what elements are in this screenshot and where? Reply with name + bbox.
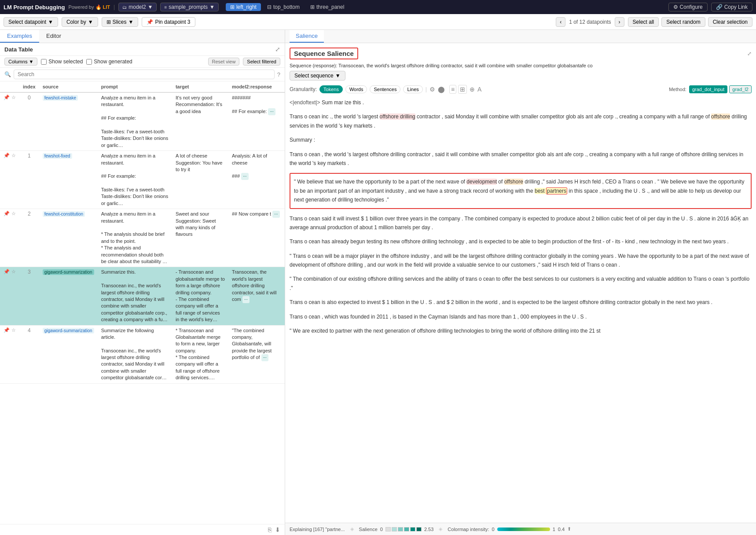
col-header-index <box>0 81 19 92</box>
list-view-icon[interactable]: ≡ <box>449 85 456 94</box>
content-para7: " The combination of our existing offsho… <box>290 275 752 293</box>
pin-star-cell[interactable]: 📌 ☆ <box>0 209 19 267</box>
tab-three-panel[interactable]: ⊞ three_panel <box>306 3 349 11</box>
search-help-icon[interactable]: ? <box>277 71 280 78</box>
gran-tokens[interactable]: Tokens <box>319 85 343 93</box>
show-selected-checkbox[interactable]: Show selected <box>41 59 83 65</box>
select-all-button[interactable]: Select all <box>628 17 659 27</box>
main-layout: Examples Editor Data Table ⤢ Columns ▼ S… <box>0 30 756 535</box>
highlight-offshore2: offshore <box>711 114 730 120</box>
dataset-selector[interactable]: ≡ sample_prompts ▼ <box>160 3 218 11</box>
pin-star-cell[interactable]: 📌 ☆ <box>0 325 19 383</box>
tab-top-bottom[interactable]: ⊟ top_bottom <box>263 3 304 11</box>
cell-target: Sweet and sourSuggestion: Sweet with man… <box>172 209 228 267</box>
expand-right-icon[interactable]: ⤢ <box>747 51 752 57</box>
columns-button[interactable]: Columns ▼ <box>4 58 37 66</box>
tab-editor[interactable]: Editor <box>39 30 68 43</box>
pin-button[interactable]: 📌 <box>4 211 10 216</box>
circle-icon[interactable]: ⬤ <box>438 86 445 93</box>
star-button[interactable]: ☆ <box>11 211 16 216</box>
dropdown-icon: ▼ <box>48 19 53 25</box>
top-bar: LM Prompt Debugging Powered by 🔥 LIT | 🗂… <box>0 0 756 14</box>
colormap-step-icon[interactable]: ⬆ <box>567 526 571 532</box>
copy-table-icon[interactable]: ⎘ <box>268 526 272 533</box>
cell-target: * Transocean and Globalsantafe merge to … <box>172 325 228 383</box>
tab-examples[interactable]: Examples <box>0 30 39 43</box>
cell-response: ## Now compare t ··· <box>228 209 285 267</box>
tab-salience[interactable]: Salience <box>290 30 324 43</box>
view-icons: ≡ ⊞ <box>449 85 467 94</box>
search-row: 🔍 ? <box>0 68 285 81</box>
dropdown-icon: ▼ <box>128 19 134 25</box>
table-row[interactable]: 📌 ☆ 1 fewshot-fixed Analyze a menu item … <box>0 151 285 209</box>
table-row[interactable]: 📌 ☆ 0 fewshot-mistake Analyze a menu ite… <box>0 92 285 151</box>
next-datapoint-button[interactable]: › <box>615 17 624 27</box>
data-table: index source prompt target model2:respon… <box>0 81 285 384</box>
reset-view-button[interactable]: Reset view <box>208 58 240 66</box>
pin-datapoint-button[interactable]: 📌 Pin datapoint 3 <box>142 17 195 27</box>
sequence-salience-title: Sequence Salience <box>290 48 358 59</box>
adjust-icon[interactable]: ⊕ <box>470 86 475 93</box>
method-grad-dot-input[interactable]: grad_dot_input <box>689 85 727 93</box>
settings-icon[interactable]: ⚙ <box>429 86 435 93</box>
select-filtered-button[interactable]: Select filtered <box>243 58 280 66</box>
cell-prompt: Analyze a menu item in a restaurant.## F… <box>98 151 172 209</box>
star-button[interactable]: ☆ <box>11 95 16 100</box>
pin-star-cell[interactable]: 📌 ☆ <box>0 267 19 325</box>
pin-star-cell[interactable]: 📌 ☆ <box>0 92 19 151</box>
pin-button[interactable]: 📌 <box>4 95 10 100</box>
gran-words[interactable]: Words <box>345 85 367 93</box>
select-random-button[interactable]: Select random <box>661 17 705 27</box>
top-bar-actions: ⚙ Configure 🔗 Copy Link <box>668 3 752 11</box>
expand-icon[interactable]: ⤢ <box>275 46 280 53</box>
select-datapoint-button[interactable]: Select datapoint ▼ <box>4 17 58 27</box>
prev-datapoint-button[interactable]: ‹ <box>556 17 565 27</box>
text-icon[interactable]: A <box>477 86 481 93</box>
pin-star-cell[interactable]: 📌 ☆ <box>0 151 19 209</box>
select-sequence-button[interactable]: Select sequence ▼ <box>290 71 345 81</box>
content-endoftext: <|endoftext|> Sum mar ize this . <box>290 98 752 107</box>
slices-button[interactable]: ⊞ Slices ▼ <box>102 17 139 27</box>
search-input[interactable] <box>14 70 275 79</box>
download-table-icon[interactable]: ⬇ <box>275 526 280 533</box>
app-title: LM Prompt Debugging <box>4 4 65 11</box>
table-row[interactable]: 📌 ☆ 4 gigaword-summarization Summarize t… <box>0 325 285 383</box>
pin-button[interactable]: 📌 <box>4 327 10 333</box>
configure-button[interactable]: ⚙ Configure <box>668 3 708 11</box>
table-row[interactable]: 📌 ☆ 3 gigaword-summarization Summarize t… <box>0 267 285 325</box>
grid-view-icon[interactable]: ⊞ <box>458 85 467 94</box>
model-selector[interactable]: 🗂 model2 ▼ <box>118 3 157 11</box>
show-generated-checkbox[interactable]: Show generated <box>86 59 132 65</box>
gran-sentences[interactable]: Sentences <box>370 85 400 93</box>
search-icon: 🔍 <box>4 71 11 77</box>
highlight-development: development <box>466 179 497 185</box>
colormap-bar[interactable] <box>497 528 550 531</box>
copy-link-button[interactable]: 🔗 Copy Link <box>711 3 752 11</box>
explaining-label: Explaining [167] "partne... <box>290 527 345 532</box>
star-button[interactable]: ☆ <box>11 153 16 158</box>
color-by-button[interactable]: Color by ▼ <box>62 17 98 27</box>
col-header-prompt: prompt <box>98 81 172 92</box>
col-header-response: model2:response <box>228 81 285 92</box>
clear-selection-button[interactable]: Clear selection <box>708 17 752 27</box>
colormap-min: 0 <box>492 527 495 532</box>
star-button[interactable]: ☆ <box>11 327 16 333</box>
dropdown-icon: ▼ <box>335 73 341 79</box>
pin-button[interactable]: 📌 <box>4 269 10 275</box>
flame-icon: 🔥 <box>95 4 102 10</box>
right-panel: Salience Sequence Salience ⤢ Sequence (r… <box>285 30 756 535</box>
content-para4: Trans o cean said it will invest $ 1 bil… <box>290 214 752 232</box>
sequence-salience-header: Sequence Salience ⤢ <box>290 48 752 59</box>
data-table-title: Data Table <box>4 46 272 53</box>
explaining-section: Explaining [167] "partne... <box>290 527 345 532</box>
colormap-value: 0.4 <box>558 527 565 532</box>
pin-button[interactable]: 📌 <box>4 153 10 158</box>
gran-lines[interactable]: Lines <box>403 85 422 93</box>
slices-icon: ⊞ <box>106 19 111 25</box>
star-button[interactable]: ☆ <box>11 269 16 275</box>
tab-left-right[interactable]: ⊞ left_right <box>226 3 261 11</box>
content-para5: Trans o cean has already begun testing i… <box>290 237 752 246</box>
table-row[interactable]: 📌 ☆ 2 fewshot-constitution Analyze a men… <box>0 209 285 267</box>
table-header-row: index source prompt target model2:respon… <box>0 81 285 92</box>
method-grad-l2[interactable]: grad_l2 <box>729 85 752 93</box>
